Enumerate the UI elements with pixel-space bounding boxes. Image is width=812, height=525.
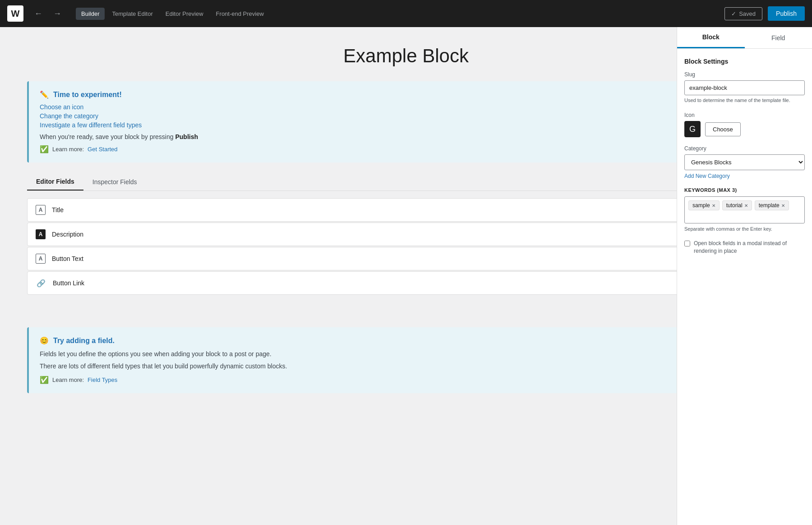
slug-input[interactable] [684, 80, 805, 95]
top-navigation: W ← → Builder Template Editor Editor Pre… [0, 0, 812, 27]
modal-checkbox-row: Open block fields in a modal instead of … [684, 240, 805, 255]
category-select[interactable]: Genesis Blocks Common Formatting Layout … [684, 154, 805, 170]
right-sidebar: Block Field Block Settings Slug Used to … [677, 27, 812, 525]
info-box-header: ✏️ Time to experiment! [40, 90, 774, 99]
field-row: A Title title 📋 [27, 198, 785, 222]
button-link-field-icon: 🔗 [36, 279, 46, 288]
tab-field[interactable]: Field [745, 27, 812, 48]
keyword-text: tutorial [726, 202, 743, 209]
add-category-link[interactable]: Add New Category [684, 173, 805, 179]
info-box-learn: ✅ Learn more: Get Started [40, 145, 774, 153]
nav-tabs: Builder Template Editor Editor Preview F… [76, 8, 269, 20]
field-row: A Button Text button-text 📋 [27, 247, 785, 270]
keyword-remove-button[interactable]: ✕ [712, 203, 715, 208]
keywords-hint: Separate with commas or the Enter key. [684, 226, 805, 232]
get-started-link[interactable]: Get Started [88, 146, 117, 153]
list-item: Change the category [40, 112, 774, 120]
field-tabs: Editor Fields Inspector Fields [27, 173, 785, 191]
keyword-remove-button[interactable]: ✕ [781, 203, 785, 208]
button-text-field-label: Button Text [52, 255, 707, 262]
try-box-title: Try adding a field. [53, 337, 115, 345]
icon-picker: G Choose [684, 121, 805, 137]
keywords-label: KEYWORDS (MAX 3) [684, 187, 805, 193]
list-item: Choose an icon [40, 103, 774, 111]
slug-label: Slug [684, 71, 805, 78]
list-item: Investigate a few different field types [40, 121, 774, 129]
try-box-text1: Fields let you define the options you se… [40, 349, 774, 359]
page-title: Example Block [27, 45, 785, 67]
keyword-tag: sample ✕ [688, 200, 720, 210]
tab-editor-preview[interactable]: Editor Preview [160, 8, 209, 20]
field-types-link[interactable]: Field Types [88, 376, 117, 383]
publish-button[interactable]: Publish [768, 6, 805, 21]
fields-container: A Title title 📋 A Description descriptio… [27, 198, 785, 295]
icon-group: Icon G Choose [684, 112, 805, 137]
keywords-section: KEYWORDS (MAX 3) sample ✕ tutorial ✕ tem… [684, 187, 805, 232]
info-box-title: Time to experiment! [53, 91, 122, 99]
back-button[interactable]: ← [34, 9, 42, 19]
block-settings-title: Block Settings [684, 58, 805, 65]
slug-hint: Used to determine the name of the templa… [684, 97, 805, 104]
nav-right: ✓ Saved Publish [724, 6, 805, 21]
modal-checkbox[interactable] [684, 241, 690, 246]
choose-icon-button[interactable]: Choose [705, 122, 741, 136]
pencil-icon: ✏️ [40, 90, 49, 99]
keyword-text: template [759, 202, 780, 209]
category-label: Category [684, 145, 805, 152]
keyword-remove-button[interactable]: ✕ [744, 203, 748, 208]
field-row: 🔗 Button Link button-link 📋 [27, 271, 785, 295]
tab-editor-fields[interactable]: Editor Fields [27, 173, 83, 190]
check-circle-icon: ✅ [40, 145, 49, 153]
try-box-header: 😊 Try adding a field. [40, 336, 774, 345]
checkmark-icon: ✓ [731, 10, 736, 17]
sidebar-content: Block Settings Slug Used to determine th… [677, 49, 812, 264]
tab-template-editor[interactable]: Template Editor [106, 8, 158, 20]
forward-button[interactable]: → [53, 9, 61, 19]
info-box: ✏️ Time to experiment! Choose an icon Ch… [27, 81, 785, 163]
info-box-publish-text: When you're ready, save your block by pr… [40, 133, 774, 140]
category-group: Category Genesis Blocks Common Formattin… [684, 145, 805, 179]
keyword-tag: template ✕ [755, 200, 789, 210]
title-field-label: Title [52, 206, 726, 214]
try-box-learn: ✅ Learn more: Field Types [40, 376, 774, 384]
modal-checkbox-label: Open block fields in a modal instead of … [694, 240, 805, 255]
sidebar-tabs: Block Field [677, 27, 812, 49]
wp-logo: W [7, 5, 23, 22]
slug-group: Slug Used to determine the name of the t… [684, 71, 805, 104]
keywords-box[interactable]: sample ✕ tutorial ✕ template ✕ [684, 196, 805, 223]
keyword-tag: tutorial ✕ [722, 200, 752, 210]
field-row: A Description description 📋 [27, 223, 785, 246]
icon-preview: G [684, 121, 701, 137]
info-box-list: Choose an icon Change the category Inves… [40, 103, 774, 129]
main-layout: Example Block ✏️ Time to experiment! Cho… [0, 27, 812, 525]
description-field-icon: A [36, 229, 46, 239]
smile-icon: 😊 [40, 336, 49, 345]
tab-builder[interactable]: Builder [76, 8, 105, 20]
check-circle-icon: ✅ [40, 376, 49, 384]
button-text-field-icon: A [36, 254, 46, 264]
button-link-field-label: Button Link [53, 279, 707, 287]
keyword-text: sample [692, 202, 710, 209]
try-box: 😊 Try adding a field. Fields let you def… [27, 327, 785, 393]
tab-block[interactable]: Block [677, 27, 745, 48]
try-box-text2: There are lots of different field types … [40, 362, 774, 371]
tab-frontend-preview[interactable]: Front-end Preview [211, 8, 269, 20]
saved-button[interactable]: ✓ Saved [724, 7, 762, 20]
title-field-icon: A [36, 205, 46, 215]
description-field-label: Description [52, 231, 707, 238]
icon-label: Icon [684, 112, 805, 118]
tab-inspector-fields[interactable]: Inspector Fields [83, 173, 146, 190]
